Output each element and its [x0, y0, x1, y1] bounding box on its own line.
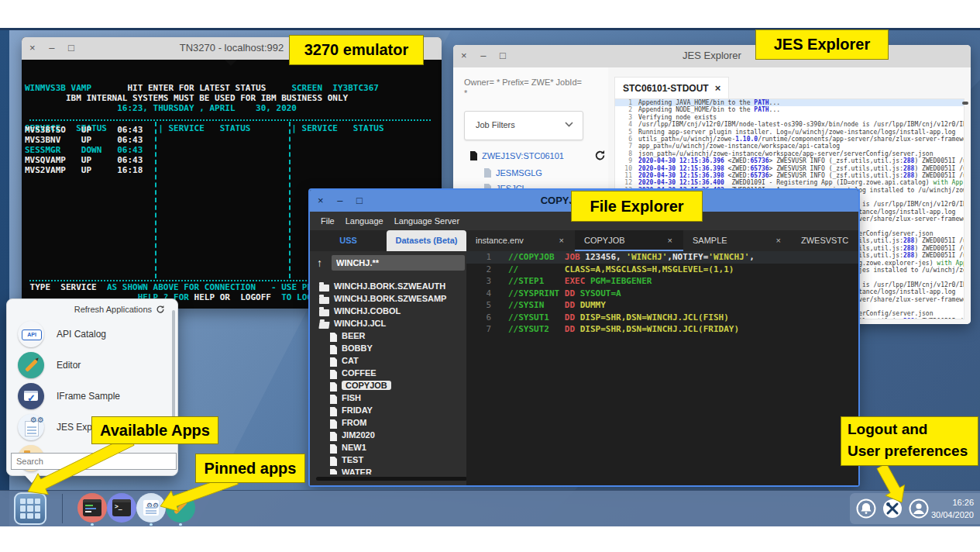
- tree-item-cat[interactable]: CAT: [330, 356, 359, 368]
- code-line: 6//SYSUT1 DD DISP=SHR,DSN=WINCHJ.JCL(FIS…: [466, 312, 858, 324]
- system-tray: 16:26 30/04/2020: [850, 493, 980, 524]
- tree-item-friday[interactable]: FRIDAY: [330, 405, 373, 418]
- scrollbar[interactable]: [172, 310, 175, 425]
- dataset-path-input[interactable]: [332, 255, 465, 271]
- chevron-down-icon: [565, 122, 573, 127]
- jes-filter-summary: Owner= * Prefix= ZWE* JobId=*: [464, 77, 596, 98]
- log-line: 4/usr/lpp/IBM/cnj/v12r0/IBM/node-latest-…: [615, 121, 964, 128]
- tree-item-winchj.jcl[interactable]: WINCHJ.JCL: [319, 319, 386, 331]
- start-menu-button[interactable]: [14, 492, 46, 525]
- callout-3270-emulator: 3270 emulator: [289, 35, 424, 65]
- user-avatar-icon[interactable]: [909, 499, 929, 519]
- tree-item-bobby[interactable]: BOBBY: [330, 343, 373, 356]
- tree-item-winchj.bork.szweauth[interactable]: WINCHJ.BORK.SZWEAUTH: [319, 281, 445, 294]
- tree-item-test[interactable]: TEST: [330, 455, 363, 467]
- notifications-bell-icon[interactable]: [856, 499, 876, 519]
- tree-item-coffee[interactable]: COFFEE: [330, 368, 377, 381]
- document-icon: [484, 168, 491, 178]
- running-indicator: [150, 523, 153, 526]
- menu-language-server[interactable]: Language Server: [394, 212, 459, 230]
- running-indicator: [91, 523, 94, 526]
- api-catalog-icon: API: [18, 321, 44, 347]
- file-icon: [330, 333, 337, 342]
- scrollbar[interactable]: [962, 102, 968, 105]
- log-line: 3Verifying node exists: [615, 114, 964, 121]
- app-item-editor[interactable]: Editor: [15, 350, 162, 381]
- terminal-line: IBM INTERNAL SYSTEMS MUST BE USED FOR IB…: [25, 93, 438, 103]
- tree-item-copyjob[interactable]: COPYJOB: [330, 381, 391, 393]
- file-icon: [330, 469, 337, 474]
- close-icon[interactable]: ×: [715, 82, 721, 94]
- file-tab-copyjob[interactable]: COPYJOB×: [575, 230, 683, 251]
- taskbar-divider: [62, 494, 63, 523]
- terminal-app-icon[interactable]: >_: [107, 493, 136, 523]
- tree-item-jim2020[interactable]: JIM2020: [330, 430, 375, 443]
- editor-pencil-icon: [18, 352, 44, 378]
- app-item-api-catalog[interactable]: APIAPI Catalog: [15, 319, 162, 350]
- code-line: 1//COPYJOB JOB 123456, 'WINCHJ',NOTIFY='…: [466, 251, 858, 264]
- callout-jes-explorer: JES Explorer: [755, 29, 889, 60]
- app-item-iframe-sample[interactable]: ✓IFrame Sample: [15, 381, 162, 412]
- file-explorer-app-icon[interactable]: [77, 493, 107, 523]
- refresh-applications-button[interactable]: Refresh Applications: [74, 305, 165, 314]
- tree-item-fish[interactable]: FISH: [330, 393, 361, 405]
- file-icon: [330, 395, 337, 404]
- tree-item-winchj.cobol[interactable]: WINCHJ.COBOL: [319, 306, 401, 319]
- clock-time: 16:26: [931, 496, 974, 509]
- tab-datasets[interactable]: Datasets (Beta): [387, 230, 466, 251]
- code-editor[interactable]: 1//COPYJOB JOB 123456, 'WINCHJ',NOTIFY='…: [466, 251, 858, 485]
- tree-item-beer[interactable]: BEER: [330, 331, 366, 343]
- tab-uss[interactable]: USS: [310, 230, 387, 251]
- file-icon: [330, 407, 337, 416]
- editor-sidebar: USS Datasets (Beta) ↑ WINCHJ.BORK.SZWEAU…: [310, 230, 466, 485]
- horizontal-scrollbar[interactable]: [316, 477, 467, 481]
- terminal-line: MVS3BTSO UP 06:43: [25, 125, 143, 135]
- jes-app-icon[interactable]: ⚙⚙: [136, 493, 166, 523]
- app-item-label: Editor: [57, 360, 81, 371]
- jes-explorer-icon: ⚙⚙: [18, 414, 44, 440]
- file-icon: [330, 432, 337, 441]
- menu-file[interactable]: File: [321, 212, 335, 230]
- app-search-input[interactable]: [11, 453, 177, 470]
- log-line: 8json_path=/u/winchj/zowe-instance/works…: [615, 150, 964, 157]
- code-line: 7//SYSUT2 DD DISP=SHR,DSN=WINCHJ.JCL(FRI…: [466, 323, 858, 336]
- job-filters-dropdown[interactable]: Job Filters: [464, 111, 583, 140]
- callout-available-apps: Available Apps: [91, 416, 218, 444]
- file-icon: [330, 444, 337, 454]
- log-line: 92020-04-30 12:15:36.396 <ZWED:65736> ZW…: [615, 157, 964, 164]
- tree-item-winchj.bork.szwesamp[interactable]: WINCHJ.BORK.SZWESAMP: [319, 294, 446, 306]
- file-icon: [330, 382, 337, 392]
- app-item-label: IFrame Sample: [57, 391, 120, 402]
- file-tab-zwesvstc[interactable]: ZWESVSTC×: [792, 230, 858, 251]
- editor-app-icon[interactable]: [166, 493, 195, 523]
- file-tab-instance.env[interactable]: instance.env×: [466, 230, 575, 251]
- menu-language[interactable]: Language: [346, 212, 383, 230]
- tree-item-from[interactable]: FROM: [330, 418, 366, 430]
- close-icon[interactable]: ×: [559, 230, 564, 251]
- close-icon[interactable]: ×: [776, 230, 781, 251]
- jes-output-tab[interactable]: STC06101-STDOUT×: [614, 77, 729, 99]
- terminal-line: WINMVS3B VAMP HIT ENTER FOR LATEST STATU…: [25, 83, 438, 93]
- tree-item-new1[interactable]: NEW1: [330, 443, 366, 455]
- log-line: 102020-04-30 12:15:36.398 <ZWED:65736> Z…: [615, 165, 964, 172]
- up-arrow-icon[interactable]: ↑: [317, 257, 322, 269]
- editor-file-tabs: instance.env×COPYJOB×SAMPLE×ZWESVSTC×: [466, 230, 858, 251]
- settings-tools-icon[interactable]: [882, 499, 903, 519]
- log-line: 1Appending JAVA_HOME/bin to the PATH...: [615, 99, 964, 106]
- file-icon: [330, 419, 337, 429]
- jes-titlebar[interactable]: × – □ JES Explorer: [453, 45, 971, 67]
- jes-window-title: JES Explorer: [453, 50, 971, 61]
- clock-date: 30/04/2020: [931, 509, 974, 521]
- jes-job-root[interactable]: ZWEJ1SV:STC06101: [470, 150, 564, 164]
- editor-code-area: instance.env×COPYJOB×SAMPLE×ZWESVSTC× 1/…: [466, 230, 858, 485]
- log-line: 6utils_path=/u/winchj/zowe-1.10.0/runtim…: [615, 136, 964, 143]
- folder-icon: [319, 297, 329, 304]
- terminal-line: MVSQVAMP UP 06:43: [25, 155, 143, 165]
- refresh-icon[interactable]: [594, 150, 606, 161]
- app-launcher-menu: Refresh Applications APIAPI CatalogEdito…: [6, 298, 178, 476]
- tree-item-water[interactable]: WATER: [330, 467, 372, 474]
- refresh-icon: [156, 305, 165, 314]
- jes-spool-file[interactable]: JESMSGLG: [484, 167, 542, 181]
- file-tab-sample[interactable]: SAMPLE×: [683, 230, 792, 251]
- close-icon[interactable]: ×: [668, 230, 672, 251]
